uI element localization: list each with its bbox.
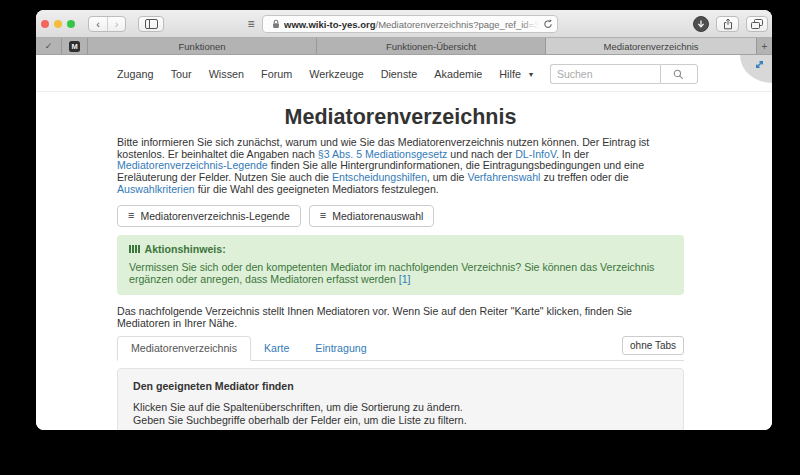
action-button-row: ≡ Mediatorenverzeichnis-Legende ≡ Mediat… xyxy=(117,205,684,227)
history-nav-group: ‹ › xyxy=(88,16,126,32)
action-notice-box: Aktionshinweis: Vermissen Sie sich oder … xyxy=(117,235,684,296)
share-icon xyxy=(723,18,733,30)
legende-button[interactable]: ≡ Mediatorenverzeichnis-Legende xyxy=(117,205,301,227)
nav-item-tour[interactable]: Tour xyxy=(171,68,192,80)
share-button[interactable] xyxy=(716,16,739,32)
help-panel-title: Den geeigneten Mediator finden xyxy=(133,380,668,392)
refresh-button[interactable] xyxy=(543,19,553,29)
close-window-button[interactable] xyxy=(41,20,49,28)
browser-window: ‹ › ≡ www.wiki-to-yes.org/Mediatorenverz… xyxy=(36,10,772,430)
text-link[interactable]: DL-InfoV xyxy=(515,148,556,160)
text-link[interactable]: [1] xyxy=(399,273,411,285)
search-button[interactable] xyxy=(660,64,698,84)
chevron-down-icon[interactable]: ▾ xyxy=(529,70,533,79)
minimize-window-button[interactable] xyxy=(54,20,62,28)
notice-title: Aktionshinweis: xyxy=(129,243,672,255)
content-tabs: Mediatorenverzeichnis Karte Eintragung o… xyxy=(117,336,684,361)
downloads-button[interactable] xyxy=(693,16,709,32)
browser-tab-bar: ✓ M Funktionen Funktionen-Übersicht Medi… xyxy=(36,38,772,55)
nav-item-wissen[interactable]: Wissen xyxy=(209,68,244,80)
search-input[interactable] xyxy=(550,64,660,84)
url-text: www.wiki-to-yes.org/Mediatorenverzeichni… xyxy=(284,19,539,30)
directory-intro: Das nachfolgende Verzeichnis stellt Ihne… xyxy=(117,305,684,329)
page-title: Mediatorenverzeichnis xyxy=(117,105,684,130)
notice-body: Vermissen Sie sich oder den kompetenten … xyxy=(129,261,672,286)
nav-item-dienste[interactable]: Dienste xyxy=(381,68,418,80)
nav-item-akademie[interactable]: Akademie xyxy=(434,68,482,80)
tab-eintragung[interactable]: Eintragung xyxy=(302,337,379,360)
tab-mediatorenverzeichnis[interactable]: Mediatorenverzeichnis xyxy=(117,336,251,361)
search-icon xyxy=(673,69,684,80)
forward-button[interactable]: › xyxy=(107,17,125,31)
nav-item-zugang[interactable]: Zugang xyxy=(117,68,154,80)
browser-tab-funktionen[interactable]: Funktionen xyxy=(88,38,317,54)
back-button[interactable]: ‹ xyxy=(89,17,107,31)
text-link[interactable]: §3 Abs. 5 Mediationsgesetz xyxy=(318,148,448,160)
text-link[interactable]: Verfahrenswahl xyxy=(467,171,540,183)
help-panel: Den geeigneten Mediator finden Klicken S… xyxy=(117,368,684,430)
sidebar-icon xyxy=(145,19,158,29)
lock-icon xyxy=(272,19,280,29)
new-tab-button[interactable]: + xyxy=(757,38,772,54)
intro-paragraph: Bitte informieren Sie sich zunächst, war… xyxy=(117,137,684,196)
hamburger-icon: ≡ xyxy=(320,210,326,221)
action-bars-icon xyxy=(129,245,140,253)
help-panel-line: Geben Sie Suchbegriffe oberhalb der Feld… xyxy=(133,414,668,427)
pinned-tab-m[interactable]: M xyxy=(62,38,88,54)
browser-tab-mediatorenverzeichnis[interactable]: Mediatorenverzeichnis xyxy=(546,38,757,54)
hamburger-icon: ≡ xyxy=(128,210,134,221)
nav-item-hilfe[interactable]: Hilfe xyxy=(499,68,521,80)
nav-item-forum[interactable]: Forum xyxy=(261,68,292,80)
check-icon: ✓ xyxy=(45,41,53,51)
tab-karte[interactable]: Karte xyxy=(251,337,302,360)
expand-icon xyxy=(754,59,765,70)
nav-item-werkzeuge[interactable]: Werkzeuge xyxy=(309,68,363,80)
pinned-tab-check[interactable]: ✓ xyxy=(36,38,62,54)
url-field[interactable]: www.wiki-to-yes.org/Mediatorenverzeichni… xyxy=(262,15,558,33)
tab-overview-icon xyxy=(751,19,763,29)
zoom-window-button[interactable] xyxy=(67,20,75,28)
text-link[interactable]: Auswahlkriterien xyxy=(117,183,195,195)
ohne-tabs-button[interactable]: ohne Tabs xyxy=(622,336,684,355)
sidebar-toggle-button[interactable] xyxy=(138,16,164,32)
hamburger-icon: ≡ xyxy=(247,17,254,31)
site-navigation: Zugang Tour Wissen Forum Werkzeuge Diens… xyxy=(36,55,772,92)
text-link[interactable]: Mediatorenverzeichnis-Legende xyxy=(117,159,268,171)
help-panel-line: Klicken Sie auf die Spaltenüberschriften… xyxy=(133,401,668,414)
mediatorenauswahl-button[interactable]: ≡ Mediatorenauswahl xyxy=(309,205,434,227)
page-content: Zugang Tour Wissen Forum Werkzeuge Diens… xyxy=(36,55,772,430)
m-badge-icon: M xyxy=(69,41,80,52)
browser-toolbar: ‹ › ≡ www.wiki-to-yes.org/Mediatorenverz… xyxy=(36,10,772,38)
browser-tab-funktionen-uebersicht[interactable]: Funktionen-Übersicht xyxy=(317,38,546,54)
search-group xyxy=(550,64,698,84)
tab-overview-button[interactable] xyxy=(746,16,768,32)
reader-button[interactable]: ≡ xyxy=(242,17,260,31)
text-link[interactable]: Entscheidungshilfen xyxy=(332,171,427,183)
window-controls xyxy=(41,20,75,28)
download-arrow-icon xyxy=(697,20,705,29)
